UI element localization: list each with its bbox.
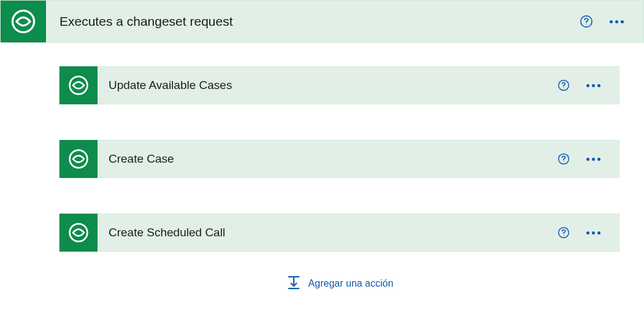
step-title: Update Available Cases: [98, 79, 558, 92]
more-options-icon[interactable]: [582, 152, 604, 166]
step-title: Create Case: [98, 152, 558, 166]
dataverse-swirl-icon: [67, 222, 90, 244]
add-action-button[interactable]: Agregar una acción: [59, 274, 619, 293]
add-action-label: Agregar una acción: [309, 278, 394, 289]
more-options-icon[interactable]: [582, 225, 604, 240]
main-card-actions: [580, 14, 643, 29]
dataverse-swirl-icon: [67, 148, 90, 170]
step-actions: [558, 152, 619, 166]
help-icon[interactable]: [580, 15, 593, 28]
step-actions: [558, 225, 619, 240]
help-icon[interactable]: [558, 226, 570, 239]
main-action-card: Executes a changeset request: [0, 0, 644, 43]
step-card-create-scheduled-call[interactable]: Create Scheduled Call: [59, 214, 619, 252]
step-card-create-case[interactable]: Create Case: [59, 140, 619, 178]
dataverse-icon-square: [59, 140, 98, 178]
dataverse-icon-square: [59, 66, 98, 104]
more-options-icon[interactable]: [582, 78, 604, 93]
steps-container: Update Available Cases Create Case: [0, 43, 644, 293]
svg-point-5: [564, 88, 564, 88]
main-card-title: Executes a changeset request: [46, 14, 580, 29]
dataverse-swirl-icon: [67, 74, 90, 96]
svg-point-2: [586, 24, 586, 25]
step-card-update-available-cases[interactable]: Update Available Cases: [59, 66, 619, 104]
svg-point-8: [564, 161, 564, 162]
step-title: Create Scheduled Call: [98, 226, 558, 239]
step-actions: [558, 78, 619, 93]
more-options-icon[interactable]: [605, 14, 627, 29]
main-card-header[interactable]: Executes a changeset request: [1, 1, 643, 42]
help-icon[interactable]: [558, 79, 570, 91]
dataverse-icon-square: [1, 1, 46, 42]
help-icon[interactable]: [558, 153, 570, 165]
svg-point-11: [564, 235, 564, 236]
dataverse-swirl-icon: [10, 8, 37, 35]
insert-step-icon: [285, 274, 302, 293]
dataverse-icon-square: [59, 214, 98, 252]
